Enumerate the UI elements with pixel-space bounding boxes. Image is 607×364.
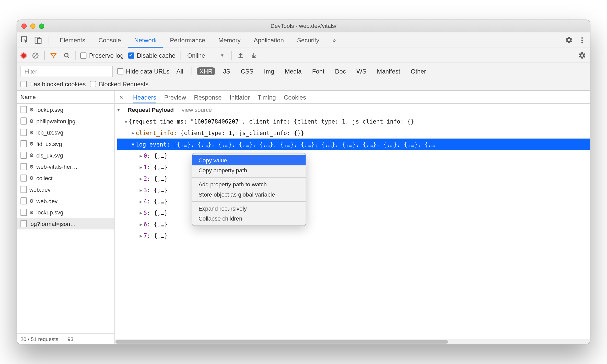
request-name: cls_ux.svg bbox=[36, 152, 63, 159]
tab-performance[interactable]: Performance bbox=[164, 32, 211, 47]
type-font[interactable]: Font bbox=[309, 67, 327, 75]
type-doc[interactable]: Doc bbox=[332, 67, 348, 75]
tree-child-line[interactable]: ▶1: {,…} bbox=[117, 161, 590, 173]
tree-client-info-line[interactable]: ▶ client_info: {client_type: 1, js_clien… bbox=[117, 127, 590, 139]
request-row[interactable]: ⚙philipwalton.jpg bbox=[17, 115, 114, 127]
type-manifest[interactable]: Manifest bbox=[374, 67, 403, 75]
network-settings-gear-icon[interactable] bbox=[578, 51, 586, 60]
type-css[interactable]: CSS bbox=[238, 67, 256, 75]
key-client-info: client_info bbox=[136, 129, 173, 136]
dtab-cookies[interactable]: Cookies bbox=[284, 91, 306, 103]
tab-elements[interactable]: Elements bbox=[53, 32, 91, 47]
view-source-link[interactable]: view source bbox=[182, 106, 212, 113]
filter-bar: Filter Hide data URLs All XHR JS CSS Img… bbox=[17, 63, 590, 91]
settings-gear-icon[interactable] bbox=[563, 34, 575, 46]
has-blocked-cookies-label: Has blocked cookies bbox=[29, 81, 86, 88]
file-icon bbox=[20, 175, 27, 182]
kebab-menu-icon[interactable] bbox=[576, 34, 588, 46]
tab-security[interactable]: Security bbox=[291, 32, 325, 47]
type-other[interactable]: Other bbox=[408, 67, 429, 75]
inspect-element-icon[interactable] bbox=[19, 34, 31, 46]
request-row[interactable]: log?format=json… bbox=[17, 218, 114, 229]
requests-column-header[interactable]: Name bbox=[17, 91, 114, 104]
tree-root-line[interactable]: ▼ {request_time_ms: "1605078406207", cli… bbox=[117, 116, 590, 127]
tree-child-line[interactable]: ▶3: {,…} bbox=[117, 184, 590, 196]
request-row[interactable]: ⚙cls_ux.svg bbox=[17, 150, 114, 161]
request-row[interactable]: ⚙fid_ux.svg bbox=[17, 138, 114, 150]
status-right: 93 bbox=[67, 336, 73, 342]
request-name: web-vitals-her… bbox=[36, 163, 78, 170]
request-row[interactable]: ⚙lockup.svg bbox=[17, 207, 114, 218]
preserve-log-checkbox[interactable]: Preserve log bbox=[80, 52, 124, 59]
type-all[interactable]: All bbox=[174, 67, 186, 75]
device-toolbar-icon[interactable] bbox=[32, 34, 44, 46]
dtab-response[interactable]: Response bbox=[194, 91, 221, 103]
tree-child-line[interactable]: ▶6: {,…} bbox=[117, 219, 590, 230]
tab-network[interactable]: Network bbox=[128, 32, 163, 47]
context-menu-item[interactable]: Copy value bbox=[192, 155, 306, 165]
network-toolbar: Preserve log Disable cache Online ▼ bbox=[17, 48, 590, 63]
request-row[interactable]: ⚙lcp_ux.svg bbox=[17, 127, 114, 138]
request-row[interactable]: ⚙collect bbox=[17, 172, 114, 184]
checkbox-icon bbox=[90, 81, 96, 87]
request-row[interactable]: ⚙web-vitals-her… bbox=[17, 161, 114, 172]
horizontal-scrollbar[interactable] bbox=[114, 339, 590, 344]
triangle-down-icon: ▼ bbox=[117, 107, 120, 112]
clear-icon[interactable] bbox=[31, 51, 40, 60]
upload-har-icon[interactable] bbox=[236, 51, 245, 60]
throttling-select[interactable]: Online ▼ bbox=[185, 52, 227, 59]
tab-memory[interactable]: Memory bbox=[212, 32, 247, 47]
requests-list[interactable]: ⚙lockup.svg⚙philipwalton.jpg⚙lcp_ux.svg⚙… bbox=[17, 104, 114, 334]
section-header[interactable]: ▼ Request Payload view source bbox=[114, 104, 590, 116]
tabs-overflow[interactable]: » bbox=[326, 32, 342, 47]
dtab-initiator[interactable]: Initiator bbox=[230, 91, 250, 103]
svg-point-8 bbox=[64, 53, 68, 57]
tree-child-line[interactable]: ▶5: {,…} bbox=[117, 207, 590, 219]
context-menu-item[interactable]: Collapse children bbox=[192, 214, 306, 224]
download-har-icon[interactable] bbox=[249, 51, 258, 60]
request-row[interactable]: ⚙web.dev bbox=[17, 195, 114, 207]
type-xhr[interactable]: XHR bbox=[197, 67, 215, 75]
record-button[interactable] bbox=[20, 52, 27, 58]
titlebar: DevTools - web.dev/vitals/ bbox=[17, 20, 590, 32]
tree-child-line[interactable]: ▶4: {,…} bbox=[117, 196, 590, 207]
request-row[interactable]: ⚙lockup.svg bbox=[17, 104, 114, 115]
tree-child-line[interactable]: ▶0: {,…} bbox=[117, 150, 590, 161]
type-media[interactable]: Media bbox=[282, 67, 304, 75]
context-menu-item[interactable]: Store object as global variable bbox=[192, 189, 306, 200]
filter-funnel-icon[interactable] bbox=[49, 51, 58, 60]
context-menu-item[interactable]: Add property path to watch bbox=[192, 179, 306, 190]
context-menu-item[interactable]: Expand recursively bbox=[192, 203, 306, 214]
tab-application[interactable]: Application bbox=[248, 32, 290, 47]
search-icon[interactable] bbox=[62, 51, 71, 60]
child-value: {,…} bbox=[154, 232, 168, 239]
dtab-headers[interactable]: Headers bbox=[133, 91, 156, 103]
context-menu[interactable]: Copy valueCopy property pathAdd property… bbox=[192, 153, 306, 226]
chevron-down-icon: ▼ bbox=[220, 53, 224, 58]
close-detail-icon[interactable]: × bbox=[117, 93, 125, 101]
tree-child-line[interactable]: ▶2: {,…} bbox=[117, 173, 590, 184]
type-js[interactable]: JS bbox=[220, 67, 233, 75]
dtab-timing[interactable]: Timing bbox=[258, 91, 276, 103]
disable-cache-checkbox[interactable]: Disable cache bbox=[128, 52, 176, 59]
hide-data-urls-checkbox[interactable]: Hide data URLs bbox=[117, 68, 169, 75]
child-value: {,…} bbox=[154, 221, 168, 227]
separator bbox=[63, 336, 63, 342]
blocked-requests-checkbox[interactable]: Blocked Requests bbox=[90, 81, 148, 88]
has-blocked-cookies-checkbox[interactable]: Has blocked cookies bbox=[20, 81, 86, 88]
filter-input[interactable]: Filter bbox=[20, 66, 113, 77]
request-name: lcp_ux.svg bbox=[36, 129, 63, 136]
file-icon bbox=[20, 106, 27, 113]
tree-child-line[interactable]: ▶7: {,…} bbox=[117, 230, 590, 241]
scrollbar-thumb[interactable] bbox=[115, 340, 448, 344]
tree-log-event-line[interactable]: ▼ log_event: [{,…}, {,…}, {,…}, {,…}, {,… bbox=[117, 139, 590, 150]
request-row[interactable]: web.dev bbox=[17, 184, 114, 195]
gear-icon: ⚙ bbox=[29, 164, 34, 169]
throttling-value: Online bbox=[187, 52, 205, 59]
type-img[interactable]: Img bbox=[261, 67, 277, 75]
context-menu-item[interactable]: Copy property path bbox=[192, 165, 306, 176]
tab-console[interactable]: Console bbox=[92, 32, 127, 47]
gear-icon: ⚙ bbox=[29, 210, 34, 215]
type-ws[interactable]: WS bbox=[354, 67, 369, 75]
dtab-preview[interactable]: Preview bbox=[164, 91, 186, 103]
